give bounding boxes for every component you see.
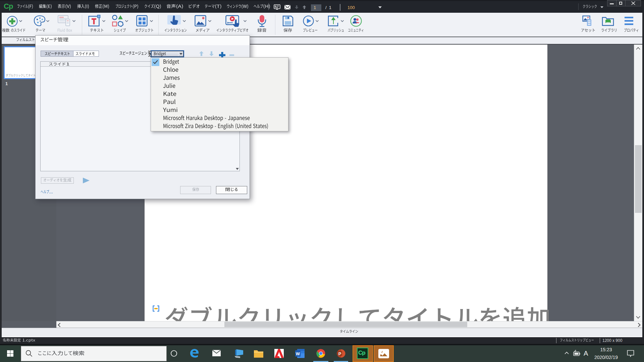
svg-text:W: W: [296, 351, 300, 356]
svg-text:P: P: [338, 351, 341, 356]
